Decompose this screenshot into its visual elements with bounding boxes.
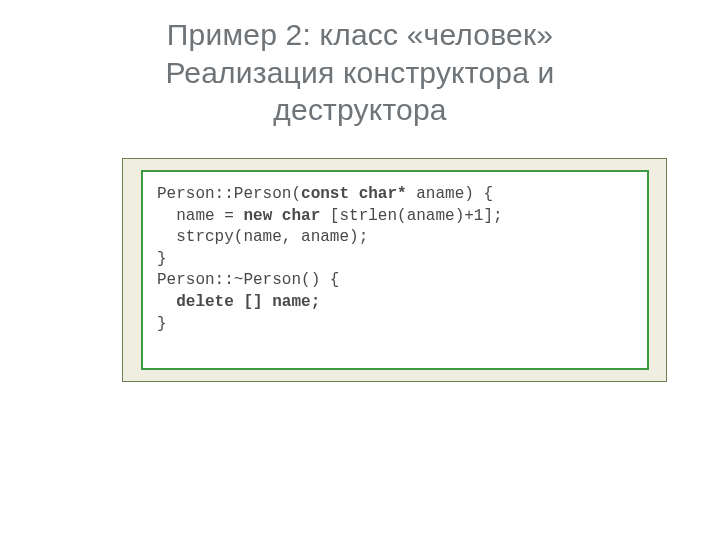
code-l1b: const char* bbox=[301, 185, 407, 203]
code-l7: } bbox=[157, 315, 167, 333]
code-panel-inner: Person::Person(const char* aname) { name… bbox=[141, 170, 649, 370]
title-line-2: Реализация конструктора и bbox=[165, 56, 554, 89]
code-l2a: name = bbox=[157, 207, 243, 225]
code-l1c: aname) { bbox=[407, 185, 493, 203]
slide: Пример 2: класс «человек» Реализация кон… bbox=[0, 0, 720, 540]
title-line-1: Пример 2: класс «человек» bbox=[167, 18, 553, 51]
code-l2b: new char bbox=[243, 207, 320, 225]
code-l2c: [strlen(aname)+1]; bbox=[320, 207, 502, 225]
code-l5: Person::~Person() { bbox=[157, 271, 339, 289]
code-l4: } bbox=[157, 250, 167, 268]
slide-title: Пример 2: класс «человек» Реализация кон… bbox=[0, 0, 720, 129]
code-l6b: delete [] name; bbox=[176, 293, 320, 311]
code-block: Person::Person(const char* aname) { name… bbox=[157, 184, 633, 335]
code-l3: strcpy(name, aname); bbox=[157, 228, 368, 246]
code-l6a bbox=[157, 293, 176, 311]
title-line-3: деструктора bbox=[273, 93, 446, 126]
code-l1a: Person::Person( bbox=[157, 185, 301, 203]
